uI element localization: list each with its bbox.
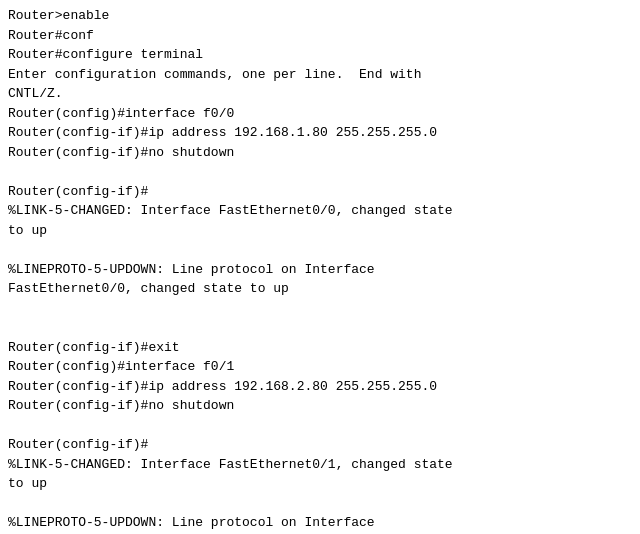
terminal-output: Router>enable Router#conf Router#configu… xyxy=(0,0,640,534)
